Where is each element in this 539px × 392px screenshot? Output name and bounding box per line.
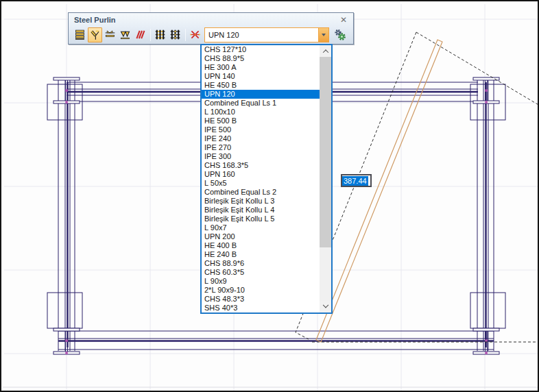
list-item[interactable]: UPN 120 bbox=[202, 90, 320, 99]
exclude-asterisk-icon[interactable] bbox=[188, 27, 202, 42]
list-item[interactable]: CHS 88.9*6 bbox=[202, 259, 320, 268]
list-item[interactable]: SHS 40*3 bbox=[202, 304, 320, 313]
list-item[interactable]: Combined Equal Ls 2 bbox=[202, 188, 320, 197]
list-item[interactable]: HE 400 B bbox=[202, 241, 320, 250]
list-item[interactable]: Combined Equal Ls 1 bbox=[202, 99, 320, 108]
dense-grid-pattern-icon[interactable] bbox=[153, 27, 167, 42]
toolbar-separator bbox=[185, 29, 186, 41]
dropdown-scrollbar[interactable] bbox=[320, 45, 331, 313]
chevron-down-icon bbox=[322, 34, 326, 38]
close-icon[interactable]: ✕ bbox=[338, 16, 349, 24]
scrollbar-thumb[interactable] bbox=[320, 57, 331, 247]
list-item[interactable]: L 90x9 bbox=[202, 277, 320, 286]
list-item[interactable]: CHS 127*10 bbox=[202, 45, 320, 54]
list-item[interactable]: L 90x7 bbox=[202, 223, 320, 232]
angle-profile-icon[interactable] bbox=[88, 27, 102, 42]
toolbar-title: Steel Purlin bbox=[74, 16, 116, 24]
list-item[interactable]: Birleşik Eşit Kollu L 4 bbox=[202, 206, 320, 215]
list-item[interactable]: UPN 140 bbox=[202, 72, 320, 81]
list-item[interactable]: IPE 270 bbox=[202, 143, 320, 152]
length-measurement-value: 387.44 bbox=[342, 176, 368, 186]
list-item[interactable]: L 50x5 bbox=[202, 179, 320, 188]
list-item[interactable]: IPE 500 bbox=[202, 125, 320, 134]
profile-dropdown-list: CHS 127*10 CHS 88.9*5 HE 300 A UPN 140 H… bbox=[200, 44, 333, 314]
toolbar-title-bar[interactable]: Steel Purlin ✕ bbox=[69, 13, 353, 26]
gears-settings-icon[interactable] bbox=[332, 27, 348, 42]
chevron-down-icon bbox=[322, 302, 328, 307]
combo-dropdown-button[interactable] bbox=[318, 28, 328, 42]
w-section-icon[interactable] bbox=[118, 27, 132, 42]
steel-purlin-toolbar: Steel Purlin ✕ bbox=[68, 12, 354, 45]
toolbar-button-row: UPN 120 bbox=[69, 26, 353, 43]
list-item[interactable]: Birleşik Eşit Kollu L 3 bbox=[202, 197, 320, 206]
diagonal-members-icon[interactable] bbox=[133, 27, 147, 42]
list-item[interactable]: IPE 240 bbox=[202, 134, 320, 143]
scrollbar-up-button[interactable] bbox=[320, 45, 331, 57]
chevron-up-icon bbox=[322, 49, 328, 55]
toolbar-separator bbox=[150, 29, 151, 41]
profile-dropdown-items: CHS 127*10 CHS 88.9*5 HE 300 A UPN 140 H… bbox=[202, 45, 320, 313]
list-item[interactable]: HE 500 B bbox=[202, 117, 320, 125]
list-item[interactable]: HE 240 B bbox=[202, 250, 320, 259]
list-item[interactable]: Birleşik Eşit Kollu L 5 bbox=[202, 215, 320, 223]
scrollbar-down-button[interactable] bbox=[320, 301, 331, 313]
length-measurement-field[interactable]: 387.44 bbox=[341, 174, 372, 187]
list-item[interactable]: L 100x10 bbox=[202, 108, 320, 117]
stacked-profiles-icon[interactable] bbox=[73, 27, 87, 42]
list-item[interactable]: 2*L 90x9-10 bbox=[202, 286, 320, 295]
list-item[interactable]: UPN 160 bbox=[202, 170, 320, 179]
purlin-beam[interactable] bbox=[316, 40, 442, 342]
list-item[interactable]: CHS 168.3*5 bbox=[202, 161, 320, 170]
list-item[interactable]: CHS 48.3*3 bbox=[202, 295, 320, 304]
list-item[interactable]: HE 450 B bbox=[202, 81, 320, 90]
profile-combo-value: UPN 120 bbox=[205, 31, 318, 39]
list-item[interactable]: CHS 88.9*5 bbox=[202, 54, 320, 63]
z-section-on-beam-icon[interactable] bbox=[103, 27, 117, 42]
center-grid-pattern-icon[interactable] bbox=[168, 27, 182, 42]
cad-application-window: 387.44 Steel Purlin ✕ bbox=[0, 0, 539, 392]
list-item[interactable]: CHS 60.3*5 bbox=[202, 268, 320, 277]
list-item[interactable]: UPN 200 bbox=[202, 232, 320, 241]
list-item[interactable]: IPE 300 bbox=[202, 152, 320, 161]
list-item[interactable]: HE 300 A bbox=[202, 63, 320, 72]
profile-combo-box[interactable]: UPN 120 bbox=[204, 27, 329, 42]
